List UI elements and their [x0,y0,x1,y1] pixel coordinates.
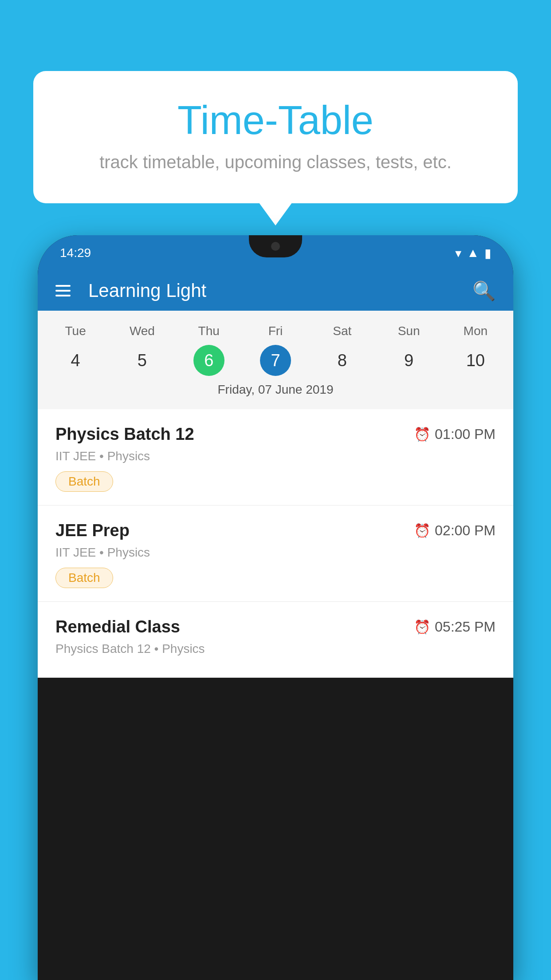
day-number[interactable]: 4 [42,345,109,376]
status-icons: ▾ ▲ ▮ [455,246,491,261]
day-numbers: 45678910 [42,345,509,376]
clock-icon: ⏰ [414,427,430,442]
day-header: Sun [375,320,442,343]
schedule-item-header: Remedial Class ⏰ 05:25 PM [55,617,496,636]
schedule-item[interactable]: Remedial Class ⏰ 05:25 PM Physics Batch … [38,602,513,678]
schedule-subtitle: Physics Batch 12 • Physics [55,642,496,656]
day-number[interactable]: 8 [309,345,375,376]
notch [249,235,302,257]
clock-icon: ⏰ [414,523,430,538]
app-header: Learning Light 🔍 [38,271,513,311]
selected-date-label: Friday, 07 June 2019 [42,376,509,405]
day-header: Wed [109,320,175,343]
hero-title: Time-Table [60,98,491,143]
schedule-time: ⏰ 02:00 PM [414,522,496,539]
day-header: Tue [42,320,109,343]
schedule-item[interactable]: Physics Batch 12 ⏰ 01:00 PM IIT JEE • Ph… [38,409,513,506]
schedule-item[interactable]: JEE Prep ⏰ 02:00 PM IIT JEE • Physics Ba… [38,506,513,602]
day-header: Thu [176,320,242,343]
schedule-list: Physics Batch 12 ⏰ 01:00 PM IIT JEE • Ph… [38,409,513,678]
day-number[interactable]: 5 [109,345,175,376]
day-headers: TueWedThuFriSatSunMon [42,320,509,343]
day-number[interactable]: 10 [442,345,509,376]
schedule-item-header: Physics Batch 12 ⏰ 01:00 PM [55,425,496,444]
wifi-icon: ▾ [455,246,461,261]
schedule-subtitle: IIT JEE • Physics [55,545,496,560]
schedule-title: Physics Batch 12 [55,425,194,444]
day-header: Mon [442,320,509,343]
search-icon[interactable]: 🔍 [472,280,496,302]
day-header: Fri [242,320,309,343]
time-value: 01:00 PM [435,426,496,443]
schedule-title: Remedial Class [55,617,180,636]
phone-screen: TueWedThuFriSatSunMon 45678910 Friday, 0… [38,311,513,678]
schedule-time: ⏰ 01:00 PM [414,426,496,443]
status-bar: 14:29 ▾ ▲ ▮ [38,235,513,271]
day-number[interactable]: 7 [260,345,291,376]
hamburger-menu[interactable] [55,285,71,296]
battery-icon: ▮ [484,246,491,261]
calendar-strip: TueWedThuFriSatSunMon 45678910 Friday, 0… [38,311,513,409]
schedule-item-header: JEE Prep ⏰ 02:00 PM [55,521,496,540]
schedule-title: JEE Prep [55,521,130,540]
day-header: Sat [309,320,375,343]
time-value: 02:00 PM [435,522,496,539]
time-value: 05:25 PM [435,619,496,635]
schedule-time: ⏰ 05:25 PM [414,619,496,635]
signal-icon: ▲ [467,246,479,260]
day-number[interactable]: 9 [375,345,442,376]
day-number[interactable]: 6 [193,345,224,376]
app-title: Learning Light [88,280,472,301]
clock-icon: ⏰ [414,619,430,635]
speech-bubble: Time-Table track timetable, upcoming cla… [33,71,518,203]
camera [271,242,280,251]
batch-badge: Batch [55,568,113,588]
phone-frame: 14:29 ▾ ▲ ▮ Learning Light 🔍 TueWedThuFr… [38,235,513,980]
batch-badge: Batch [55,471,113,492]
schedule-subtitle: IIT JEE • Physics [55,449,496,463]
status-time: 14:29 [60,246,91,260]
hero-subtitle: track timetable, upcoming classes, tests… [60,152,491,172]
